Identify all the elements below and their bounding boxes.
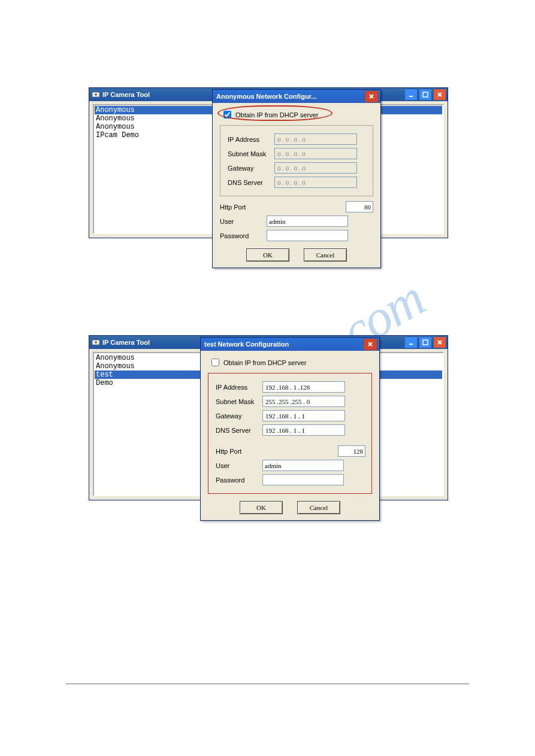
port-input[interactable] <box>338 445 365 457</box>
cancel-button[interactable]: Cancel <box>297 501 340 514</box>
dhcp-checkbox[interactable] <box>223 111 231 119</box>
port-label: Http Port <box>220 204 267 211</box>
subnet-label: Subnet Mask <box>216 398 262 405</box>
ok-button[interactable]: OK <box>246 248 289 262</box>
password-input[interactable] <box>267 230 348 241</box>
user-label: User <box>220 218 267 225</box>
dns-label: DNS Server <box>228 179 274 186</box>
svg-point-1 <box>95 93 97 96</box>
dns-input <box>274 177 357 188</box>
svg-rect-3 <box>423 92 428 97</box>
window-ip-camera-tool-1: IP Camera Tool Anonymous Anonymous Anony… <box>89 87 448 238</box>
gateway-input[interactable] <box>262 410 345 421</box>
minimize-button[interactable] <box>404 89 418 101</box>
page-divider <box>66 684 469 684</box>
subnet-input[interactable] <box>262 396 345 407</box>
dns-label: DNS Server <box>216 427 262 434</box>
dialog-network-config-1: Anonymous Network Configur... Obtain IP … <box>212 89 381 268</box>
svg-point-9 <box>95 341 97 344</box>
ip-input <box>274 133 357 145</box>
gateway-label: Gateway <box>216 412 262 420</box>
svg-rect-11 <box>423 340 428 345</box>
password-label: Password <box>220 232 267 239</box>
app-icon <box>92 338 100 347</box>
dns-input[interactable] <box>262 424 345 436</box>
subnet-input <box>274 148 357 159</box>
subnet-label: Subnet Mask <box>228 150 274 157</box>
ip-input[interactable] <box>262 381 345 393</box>
dhcp-label: Obtain IP from DHCP server <box>223 359 306 366</box>
dialog-titlebar-2[interactable]: test Network Configuration <box>201 338 379 351</box>
window-title: IP Camera Tool <box>102 339 150 346</box>
port-input[interactable] <box>346 201 373 212</box>
maximize-button[interactable] <box>419 336 432 348</box>
window-ip-camera-tool-2: IP Camera Tool Anonymous Anonymous test … <box>89 335 448 500</box>
minimize-button[interactable] <box>404 336 418 348</box>
maximize-button[interactable] <box>419 89 432 101</box>
ip-groupbox-red: IP Address Subnet Mask Gateway DNS Serve… <box>208 373 372 494</box>
dialog-title-text: Anonymous Network Configur... <box>216 93 316 100</box>
dialog-title-text: test Network Configuration <box>204 341 289 348</box>
close-button[interactable] <box>433 89 446 101</box>
cancel-button[interactable]: Cancel <box>304 248 347 262</box>
password-input[interactable] <box>262 474 344 485</box>
ip-label: IP Address <box>216 384 262 391</box>
gateway-input <box>274 162 357 174</box>
password-label: Password <box>216 476 262 484</box>
user-input[interactable] <box>267 215 348 227</box>
close-button[interactable] <box>433 336 446 348</box>
dialog-close-button[interactable] <box>364 90 379 103</box>
ip-groupbox: IP Address Subnet Mask Gateway DNS Serve… <box>220 125 373 196</box>
window-title: IP Camera Tool <box>102 91 150 98</box>
app-icon <box>92 90 100 99</box>
gateway-label: Gateway <box>228 165 274 172</box>
dialog-close-button[interactable] <box>363 338 377 351</box>
user-input[interactable] <box>262 460 344 471</box>
ip-label: IP Address <box>228 136 274 143</box>
port-label: Http Port <box>216 448 262 455</box>
user-label: User <box>216 462 262 469</box>
dialog-network-config-2: test Network Configuration Obtain IP fro… <box>200 337 380 521</box>
dhcp-checkbox[interactable] <box>211 359 219 366</box>
dialog-titlebar-1[interactable]: Anonymous Network Configur... <box>213 90 380 103</box>
ok-button[interactable]: OK <box>240 501 283 514</box>
dhcp-label: Obtain IP from DHCP server <box>235 111 318 119</box>
